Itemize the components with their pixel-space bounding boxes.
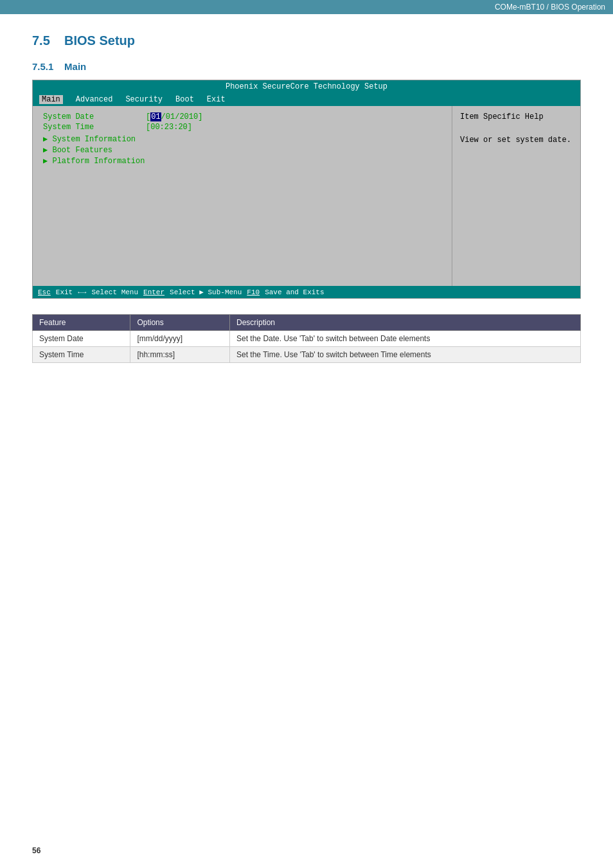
bios-menu-bar: Main Advanced Security Boot Exit (33, 93, 580, 106)
cell-description: Set the Time. Use 'Tab' to switch betwee… (230, 347, 581, 363)
bios-left-panel: System Date [01/01/2010] System Time [00… (33, 106, 452, 286)
bios-right-panel: Item Specific Help View or set system da… (452, 106, 580, 286)
submenu-boot-features[interactable]: Boot Features (43, 145, 441, 155)
bios-screen: Phoenix SecureCore Technology Setup Main… (32, 80, 581, 299)
system-time-value: [00:23:20] (146, 123, 192, 132)
subsection-heading: Main (64, 61, 86, 72)
footer-exit-label: Exit (56, 288, 73, 296)
bios-menu-advanced[interactable]: Advanced (76, 95, 113, 104)
bios-help-title: Item Specific Help (460, 112, 573, 121)
system-date-value: [01/01/2010] (146, 112, 202, 121)
footer-select-menu: Select Menu (91, 288, 138, 296)
subsection-title: 7.5.1 Main (32, 61, 581, 72)
table-header-row: Feature Options Description (33, 315, 581, 331)
system-date-highlight: 01 (150, 112, 161, 121)
page-number: 56 (32, 846, 40, 855)
col-feature: Feature (33, 315, 130, 331)
bios-menu-exit[interactable]: Exit (207, 95, 226, 104)
main-content: 7.5 BIOS Setup 7.5.1 Main Phoenix Secure… (0, 14, 613, 402)
cell-options: [mm/dd/yyyy] (130, 331, 230, 347)
top-bar-title: COMe-mBT10 / BIOS Operation (495, 3, 605, 12)
cell-feature: System Date (33, 331, 130, 347)
table-row: System Date[mm/dd/yyyy]Set the Date. Use… (33, 331, 581, 347)
footer-esc: Esc (38, 288, 51, 296)
footer-enter: Enter (143, 288, 164, 296)
col-options: Options (130, 315, 230, 331)
bios-title-text: Phoenix SecureCore Technology Setup (226, 82, 387, 91)
cell-description: Set the Date. Use 'Tab' to switch betwee… (230, 331, 581, 347)
footer-f10: F10 (247, 288, 260, 296)
bios-title-bar: Phoenix SecureCore Technology Setup (33, 80, 580, 93)
submenu-system-information[interactable]: System Information (43, 134, 441, 144)
footer-save-exits: Save and Exits (265, 288, 324, 296)
bios-menu-boot[interactable]: Boot (175, 95, 194, 104)
bios-menu-security[interactable]: Security (125, 95, 163, 104)
top-bar: COMe-mBT10 / BIOS Operation (0, 0, 613, 14)
system-time-row: System Time [00:23:20] (43, 123, 441, 132)
table-row: System Time[hh:mm:ss]Set the Time. Use '… (33, 347, 581, 363)
cell-feature: System Time (33, 347, 130, 363)
bios-body: System Date [01/01/2010] System Time [00… (33, 106, 580, 286)
cell-options: [hh:mm:ss] (130, 347, 230, 363)
feature-table: Feature Options Description System Date[… (32, 314, 581, 363)
section-title: 7.5 BIOS Setup (32, 33, 581, 48)
section-heading: BIOS Setup (64, 33, 135, 48)
section-number: 7.5 (32, 33, 50, 48)
submenu-platform-information[interactable]: Platform Information (43, 156, 441, 166)
subsection-number: 7.5.1 (32, 61, 53, 72)
bios-help-text: View or set system date. (460, 136, 573, 145)
bios-menu-main[interactable]: Main (39, 95, 63, 104)
system-time-label: System Time (43, 123, 146, 132)
col-description: Description (230, 315, 581, 331)
footer-select-submenu: Select ▶ Sub-Menu (170, 288, 242, 296)
bios-footer: Esc Exit ←→ Select Menu Enter Select ▶ S… (33, 286, 580, 298)
system-date-row: System Date [01/01/2010] (43, 112, 441, 121)
system-date-label: System Date (43, 112, 146, 121)
footer-arrow: ←→ (78, 288, 86, 296)
